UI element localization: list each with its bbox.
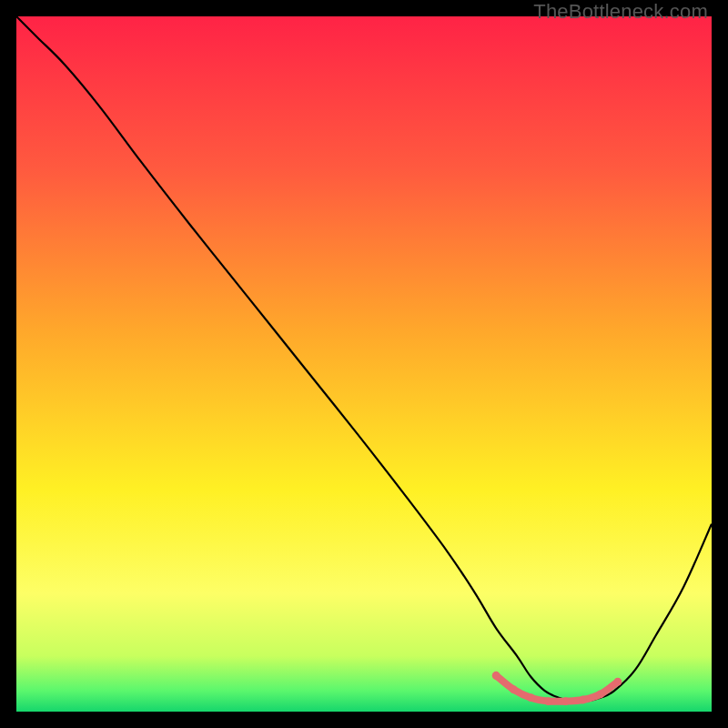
optimal-band-dot — [579, 696, 587, 704]
watermark-text: TheBottleneck.com — [533, 0, 708, 24]
optimal-band-dot — [492, 672, 500, 680]
optimal-band-dot — [510, 685, 518, 693]
optimal-band-dot — [561, 697, 570, 705]
optimal-band-dot — [527, 693, 535, 702]
optimal-band-dot — [596, 691, 604, 699]
gradient-background — [16, 16, 712, 712]
optimal-band-dot — [544, 697, 552, 705]
plot-area — [16, 16, 712, 712]
optimal-band-dot — [613, 678, 622, 686]
chart-stage: TheBottleneck.com — [0, 0, 728, 728]
plot-svg — [16, 16, 712, 712]
